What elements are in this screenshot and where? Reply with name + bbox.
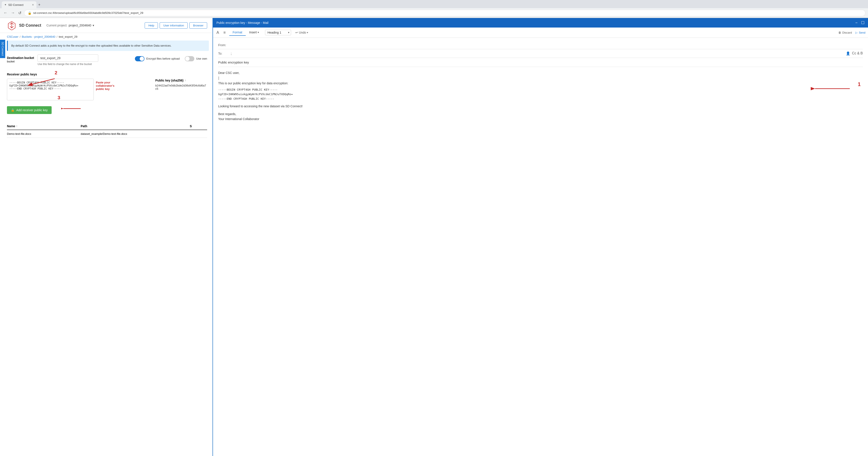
tab-title: SD Connect	[8, 3, 30, 6]
key-textarea[interactable]: -----BEGIN CRYPT4GH PUBLIC KEY----- GgFI…	[7, 79, 94, 100]
add-receiver-label: Add receiver public key	[16, 108, 48, 112]
email-subject[interactable]: Public encryption key	[218, 58, 863, 67]
paragraph-button[interactable]: ≡	[222, 30, 227, 36]
breadcrumb-sep-2: /	[57, 35, 58, 38]
send-icon: ▷	[856, 31, 858, 34]
action-buttons: 🗑 Discard ▷ Send	[838, 31, 865, 34]
sort-icon[interactable]: ↑	[185, 79, 186, 82]
table-header: Name ↑ Path S	[7, 123, 207, 130]
breadcrumb-root[interactable]: CSCuser	[7, 35, 19, 38]
col-path-header: Path	[81, 124, 190, 128]
minimize-button[interactable]: −	[855, 21, 858, 25]
add-receiver-wrapper: 🔒 Add receiver public key 3	[7, 104, 52, 114]
browser-tab[interactable]: ✦ SD Connect ×	[2, 1, 36, 8]
email-panel: Public encryption key - Message - Mail −…	[213, 18, 868, 456]
cursor-line	[218, 76, 863, 81]
csc-logo	[7, 21, 17, 30]
key-input-wrapper: -----BEGIN CRYPT4GH PUBLIC KEY----- GgFI…	[7, 79, 94, 101]
project-dropdown-icon[interactable]: ▾	[93, 24, 94, 27]
browser-chrome: ✦ SD Connect × + ← → ↺ 🔒 sd-connect.csc.…	[0, 0, 868, 18]
tab-insert[interactable]: Insert ▾	[246, 29, 262, 36]
from-label: From:	[218, 43, 229, 47]
annotation-2-number: 2	[55, 70, 57, 76]
table-row: Demo-text-file.docx dataset_example/Demo…	[7, 130, 207, 138]
browser-button[interactable]: Browser	[189, 22, 207, 29]
from-field: From:	[218, 41, 863, 49]
to-label: To:	[218, 52, 229, 55]
key-begin: -----BEGIN CRYPT4GH PUBLIC KEY-----	[218, 88, 863, 92]
key-block: -----BEGIN CRYPT4GH PUBLIC KEY----- GgFI…	[218, 88, 863, 101]
sd-connect-sidebar-tab[interactable]: SD Connect	[0, 40, 5, 58]
to-icons: 👤 Cc & B	[846, 52, 863, 56]
add-receiver-button[interactable]: 🔒 Add receiver public key	[7, 106, 52, 114]
heading-select[interactable]: Heading 1	[265, 30, 291, 35]
refresh-button[interactable]: ↺	[17, 10, 22, 16]
sd-header: SD Connect Current project: project_2004…	[0, 18, 212, 33]
address-bar[interactable]: 🔒 sd-connect.csc.fi/browse/upload/6c856e…	[24, 10, 865, 16]
use-own-toggle[interactable]	[185, 56, 194, 61]
lock-icon: 🔒	[28, 11, 31, 15]
contact-icon[interactable]: 👤	[846, 52, 850, 56]
closing-3: Your International Collaborator	[218, 117, 863, 122]
email-body: Dear CSC user, This is our public encryp…	[218, 67, 863, 125]
toolbar-tabs: Format Insert ▾	[229, 29, 262, 36]
help-button[interactable]: Help	[145, 22, 158, 29]
titlebar-controls: − ☐	[855, 20, 865, 25]
discard-button[interactable]: 🗑 Discard	[838, 31, 852, 34]
annotation-3-arrow	[61, 105, 83, 112]
email-compose: From: To: ; 👤 Cc & B Public encryption k…	[213, 38, 868, 456]
email-toolbar: A ≡ Format Insert ▾ Heading 1 ▾ ↩ Undo ▾	[213, 28, 868, 38]
project-label: Current project:	[46, 24, 67, 27]
send-button[interactable]: ▷ Send	[856, 31, 865, 34]
sd-connect-panel: SD Connect SD Connect Current project: p…	[0, 18, 213, 456]
heading-select-wrapper: Heading 1 ▾	[265, 30, 291, 35]
breadcrumb-buckets[interactable]: Buckets - project_2004640	[22, 35, 55, 38]
public-key-value: b24422ad7e0db2bde2d36d43f34c6d6a7c5	[155, 84, 207, 90]
tab-close-icon[interactable]: ×	[32, 3, 34, 6]
greeting: Dear CSC user,	[218, 70, 863, 76]
intro: This is our public encryption key for da…	[218, 81, 863, 86]
cc-bcc-icon[interactable]: Cc & B	[852, 52, 863, 56]
breadcrumb-sep-1: /	[20, 35, 21, 38]
undo-button[interactable]: ↩ Undo ▾	[294, 30, 310, 35]
annotation-1-number: 1	[858, 80, 861, 89]
destination-input[interactable]	[37, 55, 98, 62]
destination-field: Use this field to change the name of the…	[37, 55, 98, 66]
forward-button[interactable]: →	[10, 10, 16, 16]
annotation-3-number: 3	[58, 95, 60, 101]
breadcrumb: CSCuser / Buckets - project_2004640 / te…	[0, 33, 212, 40]
destination-row: Destination bucketbucket Use this field …	[7, 55, 207, 66]
undo-dropdown[interactable]: ▾	[307, 31, 308, 34]
closing-2: Best regards,	[218, 111, 863, 117]
discard-icon: 🗑	[838, 31, 841, 34]
destination-label: Destination bucketbucket	[7, 56, 34, 63]
nav-bar: ← → ↺ 🔒 sd-connect.csc.fi/browse/upload/…	[0, 8, 868, 18]
tab-format[interactable]: Format	[229, 29, 246, 36]
info-banner-text: By default SD Connect adds a public key …	[11, 44, 172, 47]
url-text: sd-connect.csc.fi/browse/upload/6c856e6b…	[33, 11, 143, 14]
file-path: dataset_example/Demo-text-file.docx	[81, 132, 207, 135]
name-sort-icon[interactable]: ↑	[16, 125, 17, 128]
tab-bar: ✦ SD Connect × +	[0, 0, 868, 8]
receiver-row: -----BEGIN CRYPT4GH PUBLIC KEY----- GgFI…	[7, 79, 207, 101]
back-button[interactable]: ←	[3, 10, 8, 16]
undo-icon: ↩	[296, 31, 298, 34]
maximize-button[interactable]: ☐	[861, 20, 865, 25]
user-info-button[interactable]: User information	[160, 22, 188, 29]
public-key-label: Public key (sha256) ↑	[155, 79, 207, 82]
receiver-title: Receiver public keys	[7, 73, 207, 76]
font-color-button[interactable]: A	[216, 30, 220, 36]
destination-hint: Use this field to change the name of the…	[37, 63, 98, 66]
use-own-label: Use own	[196, 57, 207, 60]
public-key-section: Public key (sha256) ↑ b24422ad7e0db2bde2…	[155, 79, 207, 90]
project-selector: Current project: project_2004640 ▾	[46, 24, 94, 27]
to-value[interactable]: ;	[231, 52, 844, 55]
encrypt-toggle-wrapper: Encrypt files before upload	[135, 56, 180, 61]
main-layout: SD Connect SD Connect Current project: p…	[0, 18, 868, 456]
tab-favicon: ✦	[4, 3, 6, 6]
header-buttons: Help User information Browser	[145, 22, 207, 29]
closing-1: Looking forward to accessing the new dat…	[218, 104, 863, 109]
encrypt-toggle[interactable]	[135, 56, 145, 61]
new-tab-button[interactable]: +	[37, 3, 41, 7]
project-name: project_2004640	[69, 24, 91, 27]
